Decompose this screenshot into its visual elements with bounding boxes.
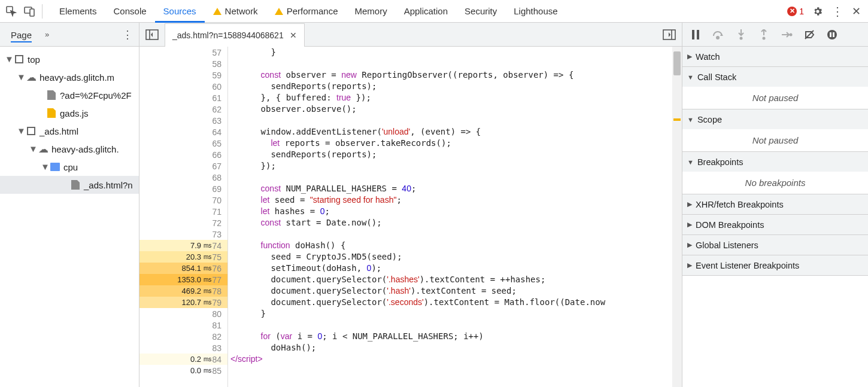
gutter-line[interactable]: 81: [139, 319, 227, 331]
svg-point-10: [740, 36, 743, 39]
gutter-line[interactable]: 64: [139, 126, 227, 138]
step-out-icon[interactable]: [755, 26, 772, 43]
navigator-overflow[interactable]: »: [45, 30, 49, 39]
svg-rect-7: [692, 30, 694, 39]
close-tab-icon[interactable]: ✕: [290, 31, 297, 40]
gutter-line[interactable]: 62: [139, 103, 227, 115]
step-into-icon[interactable]: [733, 26, 749, 43]
gutter-line[interactable]: 67: [139, 160, 227, 172]
tree-item[interactable]: ▼_ads.html: [0, 122, 139, 140]
caret-icon: ▼: [17, 126, 23, 136]
tree-item[interactable]: ▼☁heavy-ads.glitch.: [0, 140, 139, 158]
panel-tab-memory[interactable]: Memory: [347, 0, 396, 22]
settings-icon[interactable]: [812, 6, 823, 17]
section-body: Not paused: [682, 87, 868, 109]
tab-label: Elements: [59, 6, 97, 16]
section-label: Event Listener Breakpoints: [696, 261, 799, 270]
tree-label: cpu: [63, 162, 78, 172]
navigator-pane: Page » ⋮ ▼top▼☁heavy-ads.glitch.m?ad=%2F…: [0, 23, 139, 387]
chevron-icon: ▼: [687, 159, 694, 166]
chevron-icon: ▼: [687, 116, 694, 123]
section-header-dom-breakpoints[interactable]: ▶DOM Breakpoints: [682, 215, 868, 234]
tree-item[interactable]: _ads.html?n: [0, 176, 139, 194]
tab-label: Console: [114, 6, 147, 16]
panel-tab-security[interactable]: Security: [456, 0, 505, 22]
gutter-line[interactable]: 69: [139, 183, 227, 194]
tree-item[interactable]: ▼top: [0, 50, 139, 68]
gutter-line[interactable]: 59: [139, 69, 227, 81]
step-icon[interactable]: [778, 26, 795, 43]
error-count[interactable]: ✕1: [787, 7, 804, 16]
gutter-line[interactable]: 72: [139, 217, 227, 228]
pause-on-exceptions-icon[interactable]: [824, 26, 840, 43]
panel-tab-network[interactable]: Network: [205, 0, 266, 22]
section-header-xhr-fetch-breakpoints[interactable]: ▶XHR/fetch Breakpoints: [682, 194, 868, 214]
tree-item[interactable]: ▼☁heavy-ads.glitch.m: [0, 68, 139, 86]
tree-label: heavy-ads.glitch.: [51, 144, 119, 154]
gutter-line[interactable]: 65: [139, 138, 227, 149]
kebab-menu-icon[interactable]: ⋮: [831, 4, 843, 19]
gutter-line[interactable]: 61: [139, 92, 227, 103]
source-editor-pane: _ads.html?n=1588944068621 ✕ 575859606162…: [139, 23, 682, 387]
tree-label: _ads.html: [40, 126, 78, 136]
section-header-call-stack[interactable]: ▼Call Stack: [682, 67, 868, 87]
section-header-breakpoints[interactable]: ▼Breakpoints: [682, 152, 868, 172]
toggle-debugger-icon[interactable]: [661, 27, 677, 42]
step-over-icon[interactable]: [710, 26, 727, 43]
section-header-event-listener-breakpoints[interactable]: ▶Event Listener Breakpoints: [682, 255, 868, 275]
gutter-line[interactable]: 20.3ms75: [139, 251, 227, 263]
panel-tab-performance[interactable]: Performance: [266, 0, 347, 22]
close-devtools-icon[interactable]: ✕: [852, 5, 861, 18]
gutter-line[interactable]: 73: [139, 228, 227, 240]
toggle-navigator-icon[interactable]: [144, 27, 160, 42]
gutter-line[interactable]: 469.2ms78: [139, 285, 227, 297]
debugger-pane: ▶Watch▼Call StackNot paused▼ScopeNot pau…: [682, 23, 868, 387]
navigator-tab-page[interactable]: Page: [11, 30, 32, 42]
section-label: Call Stack: [697, 72, 736, 82]
gutter-line[interactable]: 70: [139, 194, 227, 206]
section-label: Global Listeners: [696, 240, 758, 250]
inspect-element-icon[interactable]: [2, 2, 20, 20]
gutter-line[interactable]: 7.9ms74: [139, 240, 227, 251]
panel-tab-console[interactable]: Console: [105, 0, 155, 22]
section-header-global-listeners[interactable]: ▶Global Listeners: [682, 235, 868, 255]
tree-label: _ads.html?n: [84, 180, 133, 190]
gutter-line[interactable]: 63: [139, 115, 227, 126]
gutter-line[interactable]: 0.2ms84: [139, 354, 227, 365]
cloud-icon: ☁: [38, 144, 48, 154]
section-body: No breakpoints: [682, 172, 868, 194]
panel-tab-elements[interactable]: Elements: [51, 0, 105, 22]
section-header-watch[interactable]: ▶Watch: [682, 47, 868, 66]
gutter-line[interactable]: 57: [139, 47, 227, 58]
panel-tab-lighthouse[interactable]: Lighthouse: [505, 0, 566, 22]
device-toggle-icon[interactable]: [20, 2, 38, 20]
tree-item[interactable]: ?ad=%2Fcpu%2F: [0, 86, 139, 104]
gutter-line[interactable]: 854.1ms76: [139, 263, 227, 274]
section-header-scope[interactable]: ▼Scope: [682, 109, 868, 129]
gutter-line[interactable]: 66: [139, 149, 227, 160]
gutter-line[interactable]: 58: [139, 58, 227, 69]
tab-label: Application: [404, 6, 448, 16]
code-content[interactable]: } const observer = new ReportingObserver…: [228, 47, 682, 387]
deactivate-breakpoints-icon[interactable]: [801, 26, 818, 43]
editor-scrollbar[interactable]: [672, 47, 682, 387]
gutter-line[interactable]: 82: [139, 331, 227, 342]
panel-tab-sources[interactable]: Sources: [155, 0, 205, 22]
gutter-line[interactable]: 80: [139, 308, 227, 319]
gutter-line[interactable]: 60: [139, 81, 227, 92]
tree-item[interactable]: gads.js: [0, 104, 139, 122]
pause-button[interactable]: [687, 26, 704, 43]
open-file-tab[interactable]: _ads.html?n=1588944068621 ✕: [165, 23, 305, 47]
gutter-line[interactable]: 68: [139, 172, 227, 183]
panel-tab-application[interactable]: Application: [396, 0, 456, 22]
gutter-line[interactable]: 71: [139, 206, 227, 217]
tree-item[interactable]: ▼cpu: [0, 158, 139, 176]
section-label: XHR/fetch Breakpoints: [696, 200, 784, 209]
warning-icon: [213, 8, 221, 15]
navigator-menu-icon[interactable]: ⋮: [122, 28, 133, 41]
tree-label: ?ad=%2Fcpu%2F: [60, 90, 132, 100]
gutter-line[interactable]: 120.7ms79: [139, 297, 227, 308]
gutter-line[interactable]: 0.0ms85: [139, 365, 227, 376]
gutter-line[interactable]: 83: [139, 342, 227, 354]
gutter-line[interactable]: 1353.0ms77: [139, 274, 227, 285]
